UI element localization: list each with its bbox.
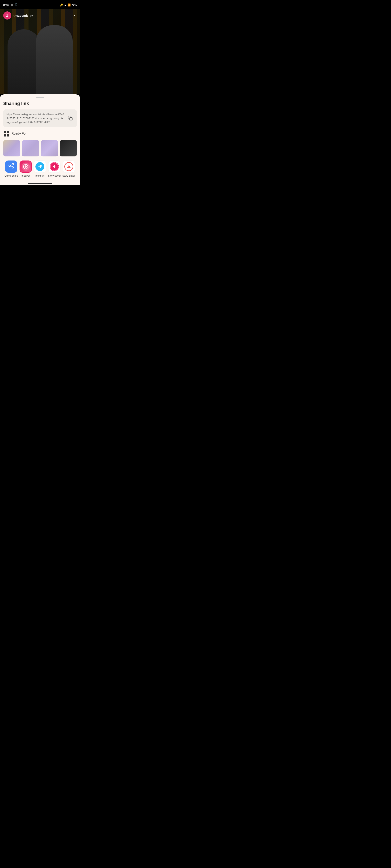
time-display: 8:32 [3,3,9,7]
wifi-icon: ▲ [64,3,66,6]
telegram-label: Telegram [35,174,45,177]
share-link-text: https://www.instagram.com/stories/thezoo… [6,112,65,124]
status-bar-left: 8:32 ▭ 🎵 [3,3,18,7]
avatar[interactable]: Z [3,11,11,20]
key-icon: 🔑 [60,3,63,6]
story-saver2-label: Story Saver [62,174,75,177]
svg-line-5 [10,166,12,167]
battery-display: 72% [72,3,77,6]
contact-thumb-3 [41,140,58,156]
story-header-left: Z thezoomit 19h [3,11,34,20]
signal-icon: 📶 [67,3,71,6]
svg-line-4 [10,164,12,165]
status-bar-right: 🔑 ▲ 📶 72% [60,3,77,6]
app-item-insaver[interactable]: InSaver [19,160,33,177]
video-content [0,21,80,94]
story-saver2-icon-wrap[interactable] [63,160,75,173]
quick-share-label: Quick Share [4,174,18,177]
copy-icon[interactable] [67,115,74,121]
app-item-telegram[interactable]: Telegram [33,160,47,177]
home-indicator-area [0,181,80,185]
sheet-title: Sharing link [3,101,77,106]
telegram-icon [35,162,45,171]
svg-rect-0 [69,118,72,120]
story-saver1-icon [50,162,59,171]
ready-for-text: Ready For [11,132,27,135]
svg-point-3 [12,166,13,168]
qr-icon [3,130,10,137]
story-time: 19h [30,14,34,17]
sheet-handle [36,97,44,98]
story-header: Z thezoomit 19h ⋮ [0,9,80,22]
person-right [36,25,73,94]
svg-point-2 [12,163,13,165]
app-item-story-saver-1[interactable]: Story Saver [48,160,61,177]
more-options-icon[interactable]: ⋮ [72,13,77,18]
app-item-story-saver-2[interactable]: Story Saver [62,160,76,177]
ready-for-row: Ready For [3,130,77,137]
apps-row: Quick Share InSaver [3,160,77,177]
insaver-label: InSaver [21,174,30,177]
bottom-sheet: Sharing link https://www.instagram.com/s… [0,94,80,181]
sim-icon: ▭ [10,3,13,6]
story-username: thezoomit [13,14,28,17]
quick-share-icon-wrap[interactable] [5,160,17,173]
insaver-icon [22,162,30,171]
contacts-preview [3,140,77,156]
insaver-icon-wrap[interactable] [20,160,32,173]
status-bar: 8:32 ▭ 🎵 🔑 ▲ 📶 72% [0,0,80,9]
story-saver1-label: Story Saver [48,174,61,177]
story-saver1-icon-wrap[interactable] [48,160,60,173]
contact-thumb-4 [60,140,77,156]
app-item-quick-share[interactable]: Quick Share [4,160,18,177]
story-video-area: Z thezoomit 19h ⋮ [0,9,80,94]
link-box: https://www.instagram.com/stories/thezoo… [3,110,77,127]
music-icon: 🎵 [14,3,18,7]
person-left [7,29,40,94]
contact-thumb-1 [3,140,20,156]
svg-point-1 [9,165,10,166]
telegram-icon-wrap[interactable] [34,160,46,173]
quick-share-icon [8,162,15,170]
contact-thumb-2 [22,140,39,156]
story-saver2-icon [64,162,73,171]
home-bar [28,183,52,184]
